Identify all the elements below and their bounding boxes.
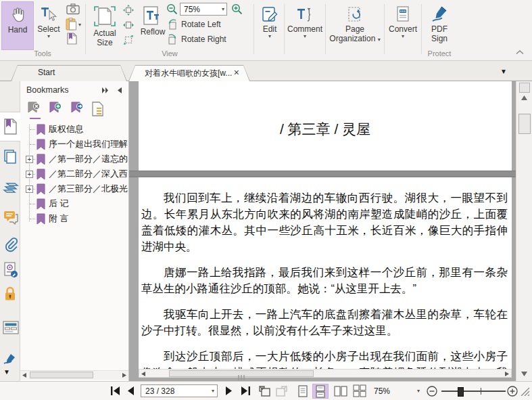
bookmark-item[interactable]: 后 记 <box>20 196 128 211</box>
page-separator <box>129 171 516 177</box>
expand-plus-box[interactable]: + <box>26 156 33 163</box>
zoom-slider-thumb[interactable] <box>458 387 464 397</box>
zoom-in-circle-button[interactable] <box>507 386 518 397</box>
next-view-button[interactable] <box>275 386 287 397</box>
bookmark-item[interactable]: + ／第二部分／深入西部 <box>20 166 128 181</box>
page-number-combobox[interactable]: 23 / 328 ▾ <box>141 384 218 397</box>
zoom-percentage-label[interactable]: 75% <box>374 386 390 396</box>
select-icon <box>40 5 57 23</box>
expand-plus-box[interactable]: + <box>26 185 33 193</box>
rotate-right-button[interactable]: Rotate Right <box>167 34 226 46</box>
ink-pen-icon <box>3 353 18 364</box>
bookmarks-horizontal-scrollbar[interactable] <box>20 370 128 380</box>
clipboard-button[interactable]: ▾ <box>66 18 81 30</box>
sidebar-item-attachments[interactable] <box>3 236 18 251</box>
pages-icon <box>3 149 18 165</box>
bookmark-item[interactable]: + ／第一部分／遗忘的秘 <box>20 152 128 166</box>
group-separator <box>384 4 385 54</box>
zoom-out-button[interactable] <box>166 3 178 15</box>
status-bar: 23 / 328 ▾ 75% ▾ <box>0 381 532 400</box>
document-vertical-scrollbar[interactable] <box>516 81 532 381</box>
pdf-sign-button[interactable]: PDF Sign <box>423 1 456 49</box>
fit-page-button[interactable] <box>123 5 134 16</box>
scroll-right-icon[interactable] <box>505 372 509 376</box>
scrollbar-thumb[interactable] <box>30 372 93 378</box>
sidebar-item-security[interactable] <box>3 286 18 301</box>
next-page-button[interactable] <box>225 386 233 395</box>
page-organization-label-1: Page <box>327 24 383 34</box>
actual-size-button[interactable]: Actual Size <box>89 1 120 49</box>
bookmark-item[interactable]: 附 言 <box>20 211 128 226</box>
select-tool-button[interactable]: Select ▾ <box>34 1 64 49</box>
first-page-button[interactable] <box>110 386 120 395</box>
zoom-in-button[interactable] <box>231 3 243 15</box>
sidebar-item-signatures[interactable] <box>3 261 18 276</box>
scroll-right-icon[interactable] <box>122 373 126 378</box>
zoom-slider-track[interactable] <box>441 391 506 392</box>
zoom-caret-icon[interactable]: ▾ <box>417 388 420 394</box>
sidebar-item-bookmarks-active[interactable] <box>0 112 20 141</box>
page-bookmark-button[interactable] <box>67 32 77 45</box>
document-horizontal-scrollbar[interactable] <box>139 369 512 378</box>
bookmark-flag-icon <box>37 183 45 195</box>
edit-button[interactable]: Edit ▾ <box>256 1 283 49</box>
reflow-button[interactable]: Reflow <box>138 1 168 49</box>
page-organization-button[interactable]: Page Organization ▾ <box>327 1 383 49</box>
scrollbar-thumb[interactable] <box>169 370 314 377</box>
previous-page-button[interactable] <box>127 386 135 395</box>
scroll-up-icon[interactable] <box>521 95 527 100</box>
sidebar-item-comments[interactable] <box>3 209 18 224</box>
group-separator <box>284 4 285 54</box>
bookmark-item[interactable]: + ／第三部分／北极光 <box>20 181 128 196</box>
camera-icon <box>66 3 80 15</box>
sidebar-item-ink-sign[interactable] <box>3 353 18 364</box>
snapshot-button[interactable] <box>66 3 80 15</box>
bookmark-item[interactable]: 版权信息 <box>20 122 128 137</box>
tab-start[interactable]: Start <box>11 65 127 81</box>
convert-button[interactable]: Convert ▾ <box>386 1 420 49</box>
fit-visible-button[interactable] <box>123 35 134 45</box>
continuous-facing-view-button[interactable] <box>352 384 368 399</box>
single-page-view-button[interactable] <box>295 384 311 399</box>
hand-tool-button[interactable]: Hand <box>1 1 34 50</box>
add-bookmark-button[interactable] <box>49 102 62 116</box>
expand-plus-box[interactable]: + <box>26 171 33 178</box>
tab-document[interactable]: 对着水牛唱歌的女孩[w... × <box>128 65 250 81</box>
scroll-left-icon[interactable] <box>141 372 145 376</box>
last-page-button[interactable] <box>241 386 251 395</box>
comment-button[interactable]: Comment ▾ <box>286 1 324 49</box>
document-canvas: / 第三章 / 灵屋 我们回到车上，继续沿着湖边的车辙向西行驶。湖很大，一眼望不… <box>129 81 516 381</box>
tab-close-icon[interactable]: × <box>234 67 239 78</box>
delete-bookmark-button[interactable] <box>27 102 41 116</box>
scroll-down-icon[interactable] <box>521 372 527 376</box>
navigation-panel-strip: ▼ <box>0 81 20 381</box>
edit-icon <box>261 5 279 23</box>
previous-view-button[interactable] <box>259 386 271 397</box>
sidebar-item-pages[interactable] <box>3 149 18 164</box>
comments-icon <box>3 209 18 225</box>
scroll-left-icon[interactable] <box>22 373 26 378</box>
zoom-level-combobox[interactable]: 75% ▾ <box>180 3 227 16</box>
page-organization-caret-icon: ▾ <box>378 37 381 43</box>
zoom-slider-tick <box>481 388 481 395</box>
zoom-out-circle-button[interactable] <box>427 386 437 397</box>
fit-width-button[interactable] <box>123 20 134 30</box>
panel-collapse-icon[interactable] <box>101 87 110 93</box>
bookmark-page-icon <box>67 32 77 45</box>
expand-bookmarks-button[interactable] <box>92 102 105 116</box>
scrollbar-thumb[interactable] <box>518 114 531 134</box>
tab-list-dropdown-icon[interactable]: ▼ <box>500 68 507 75</box>
continuous-view-button[interactable] <box>312 384 329 399</box>
bookmark-flag-icon <box>37 169 45 180</box>
sidebar-more-icon[interactable]: ▼ <box>3 368 10 376</box>
sidebar-item-layers[interactable] <box>3 181 18 196</box>
scrollbar-split-handle[interactable] <box>519 83 530 93</box>
facing-view-button[interactable] <box>333 384 349 399</box>
rotate-left-button[interactable]: Rotate Left <box>167 19 221 31</box>
bookmarks-panel-icon <box>3 118 17 135</box>
ribbon-collapse-button[interactable] <box>516 49 524 55</box>
sidebar-item-fields[interactable] <box>3 321 18 336</box>
bookmark-item[interactable]: 序一个超出我们理解能 <box>20 137 128 152</box>
panel-hide-icon[interactable] <box>117 87 122 93</box>
goto-bookmark-button[interactable] <box>70 102 84 116</box>
